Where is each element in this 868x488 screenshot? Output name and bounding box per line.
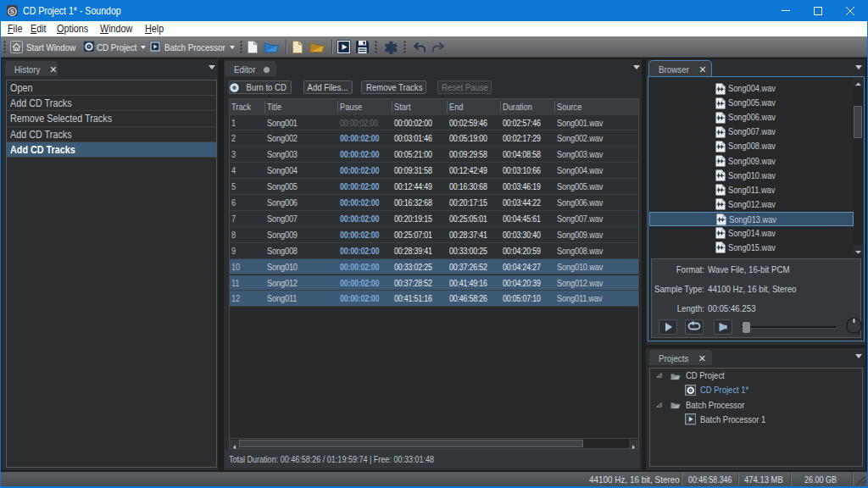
svg-text:S: S — [10, 8, 15, 15]
